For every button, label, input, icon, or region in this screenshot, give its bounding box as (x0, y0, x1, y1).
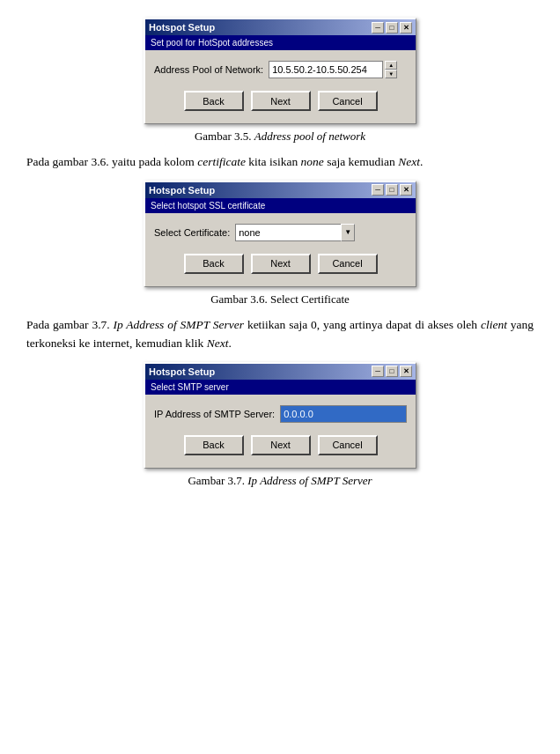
dialog-subtitle-3: Select SMTP server (145, 380, 416, 395)
dialog-body-1: Address Pool of Network: 10.5.50.2-10.5.… (145, 50, 416, 123)
dialog-body-3: IP Address of SMTP Server: 0.0.0.0 Back … (145, 395, 416, 468)
caption-1: Gambar 3.5. Address pool of network (26, 129, 534, 144)
dialog-smtp: Hotspot Setup ─ □ ✕ Select SMTP server I… (144, 362, 416, 469)
figure1-wrapper: unej Hotspot Setup ─ □ ✕ Set pool for Ho… (26, 18, 534, 124)
close-btn-2[interactable]: ✕ (400, 184, 412, 196)
dialog-subtitle-1: Set pool for HotSpot addresses (145, 35, 416, 50)
dialog-titlebar-1: Hotspot Setup ─ □ ✕ (145, 19, 416, 35)
caption-2-text: Gambar 3.6. Select Certificate (210, 292, 350, 306)
dialog-buttons-1: Back Next Cancel (154, 85, 407, 115)
close-btn-1[interactable]: ✕ (400, 22, 412, 33)
cancel-button-2[interactable]: Cancel (318, 254, 378, 274)
dropdown-arrow-2[interactable]: ▼ (341, 224, 355, 241)
figure2-wrapper: unej Hotspot Setup ─ □ ✕ Select hotspot … (26, 181, 534, 287)
next-button-3[interactable]: Next (251, 435, 311, 455)
back-button-3[interactable]: Back (184, 435, 244, 455)
caption-2: Gambar 3.6. Select Certificate (26, 292, 534, 307)
next-button-2[interactable]: Next (251, 254, 311, 274)
caption-1-text: Gambar 3.5. (195, 129, 252, 143)
dialog-subtitle-2: Select hotspot SSL certificate (145, 198, 416, 213)
dialog-subtitle-text-3: Select SMTP server (151, 382, 229, 392)
cancel-button-1[interactable]: Cancel (318, 91, 378, 111)
field-row-1: Address Pool of Network: 10.5.50.2-10.5.… (154, 61, 407, 78)
titlebar-buttons-2: ─ □ ✕ (372, 184, 412, 196)
figure3-wrapper: unej Hotspot Setup ─ □ ✕ Select SMTP ser… (26, 362, 534, 469)
certificate-dropdown[interactable]: none ▼ (235, 224, 355, 241)
address-pool-input[interactable]: 10.5.50.2-10.5.50.254 (269, 61, 383, 78)
dialog-body-2: Select Certificate: none ▼ Back Next Can… (145, 213, 416, 286)
dialog-certificate: Hotspot Setup ─ □ ✕ Select hotspot SSL c… (144, 181, 416, 287)
caption-1-italic: Address pool of network (254, 129, 365, 143)
spinner-down-1[interactable]: ▼ (385, 70, 397, 78)
caption-3: Gambar 3.7. Ip Address of SMPT Server (26, 474, 534, 488)
caption-3-text: Gambar 3.7. (188, 474, 245, 487)
spinner-1: ▲ ▼ (385, 61, 397, 78)
field-row-3: IP Address of SMTP Server: 0.0.0.0 (154, 405, 407, 423)
cancel-button-3[interactable]: Cancel (318, 435, 378, 455)
restore-btn-2[interactable]: □ (386, 184, 398, 196)
certificate-value: none (235, 224, 341, 241)
close-btn-3[interactable]: ✕ (400, 366, 412, 377)
dialog-title-1: Hotspot Setup (149, 22, 215, 33)
back-button-2[interactable]: Back (184, 254, 244, 274)
back-button-1[interactable]: Back (184, 91, 244, 111)
field-label-2: Select Certificate: (154, 227, 230, 238)
field-row-2: Select Certificate: none ▼ (154, 224, 407, 241)
titlebar-buttons-1: ─ □ ✕ (372, 22, 412, 33)
dialog-title-2: Hotspot Setup (149, 185, 215, 196)
minimize-btn-3[interactable]: ─ (372, 366, 384, 377)
paragraph-1: Pada gambar 3.6. yaitu pada kolom certif… (26, 152, 534, 172)
next-button-1[interactable]: Next (251, 91, 311, 111)
dialog-buttons-2: Back Next Cancel (154, 248, 407, 277)
dialog-addresspool: Hotspot Setup ─ □ ✕ Set pool for HotSpot… (144, 18, 416, 124)
paragraph-2: Pada gambar 3.7. Ip Address of SMPT Serv… (26, 315, 534, 353)
caption-3-italic: Ip Address of SMPT Server (247, 474, 372, 487)
dialog-title-3: Hotspot Setup (149, 366, 215, 377)
minimize-btn-1[interactable]: ─ (372, 22, 384, 33)
smtp-ip-input[interactable]: 0.0.0.0 (280, 405, 407, 423)
restore-btn-1[interactable]: □ (386, 22, 398, 33)
dialog-subtitle-text-2: Select hotspot SSL certificate (151, 201, 265, 211)
spinner-up-1[interactable]: ▲ (385, 61, 397, 70)
dialog-titlebar-2: Hotspot Setup ─ □ ✕ (145, 182, 416, 198)
dialog-buttons-3: Back Next Cancel (154, 430, 407, 459)
field-label-3: IP Address of SMTP Server: (154, 409, 275, 419)
titlebar-buttons-3: ─ □ ✕ (372, 366, 412, 377)
restore-btn-3[interactable]: □ (386, 366, 398, 377)
minimize-btn-2[interactable]: ─ (372, 184, 384, 196)
field-label-1: Address Pool of Network: (154, 64, 263, 75)
dialog-titlebar-3: Hotspot Setup ─ □ ✕ (145, 364, 416, 380)
dialog-subtitle-text-1: Set pool for HotSpot addresses (151, 38, 273, 48)
